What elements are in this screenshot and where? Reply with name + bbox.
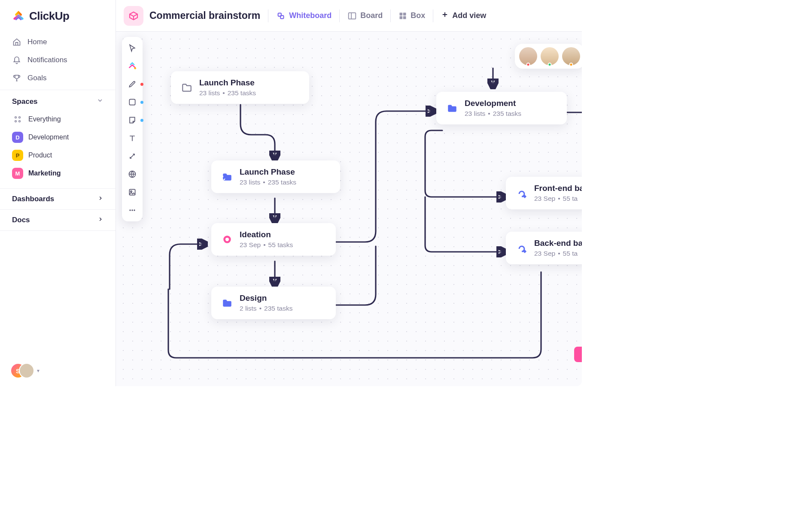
card-title: Back-end ba [534, 239, 582, 248]
status-dot [526, 63, 530, 66]
chevron-right-icon [97, 216, 103, 224]
space-badge: P [12, 150, 23, 161]
view-tab-box[interactable]: Box [398, 11, 425, 20]
card-design[interactable]: Design 2 lists•235 tasks [211, 287, 336, 319]
collaborators[interactable] [515, 44, 582, 69]
svg-rect-8 [403, 12, 406, 15]
user-menu[interactable]: S ▾ [0, 355, 116, 386]
nav-notifications[interactable]: Notifications [0, 51, 116, 69]
space-badge: D [12, 132, 23, 143]
space-badge: M [12, 168, 23, 179]
avatar [519, 47, 537, 65]
tool-more[interactable] [125, 203, 139, 217]
svg-point-15 [129, 209, 131, 211]
card-title: Ideation [240, 230, 293, 239]
tool-pen[interactable] [125, 77, 139, 91]
separator [433, 9, 433, 22]
svg-point-0 [15, 117, 17, 118]
sync-folder-icon [221, 170, 234, 183]
svg-point-17 [134, 209, 135, 211]
add-view-button[interactable]: Add view [441, 11, 486, 21]
avatar [19, 363, 34, 378]
nav-label: Notifications [27, 56, 67, 64]
whiteboard-canvas[interactable]: Launch Phase 23 lists•235 tasks Launch P… [116, 32, 582, 386]
svg-rect-9 [400, 16, 403, 19]
sync-folder-icon [221, 296, 234, 309]
nav-label: Home [27, 38, 47, 46]
status-dot [548, 63, 552, 66]
nav-dashboards[interactable]: Dashboards [0, 188, 116, 209]
topbar: Commercial brainstorm Whiteboard Board [116, 0, 582, 32]
card-meta: 23 Sep•55 tasks [240, 241, 293, 249]
view-tab-board[interactable]: Board [347, 11, 383, 21]
grid-icon [12, 114, 23, 125]
nav-goals[interactable]: Goals [0, 69, 116, 87]
space-marketing[interactable]: M Marketing [0, 164, 116, 182]
card-frontend[interactable]: Front-end ba 23 Sep•55 ta [506, 177, 582, 209]
card-title: Launch Phase [199, 78, 256, 88]
add-view-label: Add view [452, 11, 486, 20]
space-everything[interactable]: Everything [0, 110, 116, 128]
tool-web[interactable] [125, 167, 139, 181]
nav-label: Goals [27, 74, 46, 82]
card-title: Front-end ba [534, 184, 582, 193]
tool-clickup-add[interactable] [125, 59, 139, 73]
card-launch-phase-folder[interactable]: Launch Phase 23 lists•235 tasks [171, 71, 309, 104]
card-launch-phase-list[interactable]: Launch Phase 23 lists•235 tasks [211, 160, 340, 193]
svg-point-16 [131, 209, 133, 211]
side-tab[interactable] [574, 347, 582, 362]
color-indicator-blue [140, 119, 143, 122]
nav-home[interactable]: Home [0, 33, 116, 51]
dashboards-label: Dashboards [12, 195, 54, 203]
space-label: Everything [28, 115, 61, 123]
tool-connector[interactable] [125, 149, 139, 163]
tool-sticky-note[interactable] [125, 113, 139, 127]
tab-label: Board [360, 11, 383, 20]
separator [339, 9, 340, 22]
card-backend[interactable]: Back-end ba 23 Sep•55 ta [506, 232, 582, 264]
card-meta: 23 Sep•55 ta [534, 195, 582, 203]
svg-rect-10 [403, 16, 406, 19]
avatar-stack: S [10, 363, 34, 378]
view-tab-whiteboard[interactable]: Whiteboard [276, 11, 332, 21]
card-ideation[interactable]: Ideation 23 Sep•55 tasks [211, 223, 336, 256]
space-development[interactable]: D Development [0, 128, 116, 146]
color-indicator-red [140, 83, 143, 86]
svg-point-18 [225, 237, 230, 242]
card-title: Launch Phase [240, 167, 296, 177]
chevron-right-icon [97, 195, 103, 203]
loop-arrow-icon [515, 187, 528, 200]
svg-rect-7 [400, 12, 403, 15]
space-product[interactable]: P Product [0, 146, 116, 164]
svg-rect-13 [129, 189, 135, 195]
project-icon [124, 6, 143, 26]
card-title: Development [465, 99, 521, 108]
folder-icon [180, 81, 193, 94]
status-dot [569, 63, 573, 66]
brand-name: ClickUp [29, 9, 69, 23]
tab-label: Box [411, 11, 425, 20]
plus-icon [441, 11, 449, 21]
bell-icon [12, 55, 21, 65]
card-meta: 2 lists•235 tasks [240, 305, 292, 312]
svg-rect-6 [349, 12, 356, 19]
loop-arrow-icon [515, 242, 528, 254]
sidebar: ClickUp Home Notifications Goals [0, 0, 116, 386]
spaces-header[interactable]: Spaces [0, 90, 116, 110]
svg-point-3 [19, 121, 21, 122]
trophy-icon [12, 73, 21, 83]
tool-pointer[interactable] [125, 41, 139, 55]
tool-text[interactable] [125, 131, 139, 145]
clickup-logo-icon [12, 10, 25, 23]
tool-image[interactable] [125, 185, 139, 199]
svg-point-2 [15, 121, 17, 122]
card-meta: 23 lists•235 tasks [240, 178, 296, 186]
tool-shape[interactable] [125, 95, 139, 109]
avatar [562, 47, 580, 65]
chevron-down-icon [97, 97, 103, 106]
card-development[interactable]: Development 23 lists•235 tasks [436, 92, 567, 124]
brand-logo[interactable]: ClickUp [0, 9, 116, 30]
nav-docs[interactable]: Docs [0, 209, 116, 231]
project-title: Commercial brainstorm [149, 10, 260, 21]
board-icon [347, 11, 357, 21]
